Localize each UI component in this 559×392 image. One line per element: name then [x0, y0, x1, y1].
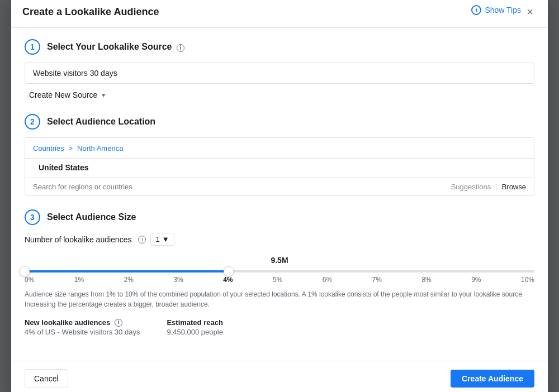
slider-ticks: 0% 1% 2% 3% 4% 5% 6% 7% 8% 9% 10%	[25, 276, 534, 284]
tick-1: 1%	[74, 276, 84, 284]
tick-10: 10%	[521, 276, 534, 284]
step3-circle: 3	[25, 209, 40, 225]
create-new-source-label: Create New Source	[29, 90, 97, 99]
new-lookalike-value: 4% of US - Website visitors 30 days	[25, 328, 140, 336]
modal-body: 1 Select Your Lookalike Source i Create …	[11, 28, 548, 361]
location-divider: |	[495, 183, 497, 191]
tick-4: 4%	[223, 276, 233, 284]
source-input[interactable]	[25, 63, 534, 84]
tick-9: 9%	[471, 276, 481, 284]
step1-section: 1 Select Your Lookalike Source i Create …	[25, 39, 534, 101]
show-tips-label: Show Tips	[485, 6, 521, 15]
show-tips-button[interactable]: i Show Tips	[471, 5, 521, 15]
number-value: 1	[155, 235, 159, 243]
breadcrumb-countries[interactable]: Countries	[33, 144, 64, 152]
slider-container: 0% 1% 2% 3% 4% 5% 6% 7% 8% 9% 10%	[25, 270, 534, 284]
slider-fill	[25, 270, 229, 273]
breadcrumb-region[interactable]: North America	[77, 144, 123, 152]
audience-note: Audience size ranges from 1% to 10% of t…	[25, 289, 534, 309]
step1-title: Select Your Lookalike Source i	[47, 42, 184, 52]
number-dropdown[interactable]: 1 ▼	[150, 233, 174, 246]
suggestions-label: Suggestions	[451, 183, 491, 191]
create-new-source-button[interactable]: Create New Source ▼	[29, 89, 106, 101]
tick-2: 2%	[124, 276, 134, 284]
step2-section: 2 Select Audience Location Countries > N…	[25, 114, 534, 196]
cancel-button[interactable]: Cancel	[25, 369, 68, 388]
estimated-reach-value: 9,450,000 people	[167, 328, 222, 336]
step1-circle: 1	[25, 39, 40, 55]
tick-7: 7%	[372, 276, 382, 284]
slider-thumb-right[interactable]	[224, 266, 234, 276]
tick-3: 3%	[173, 276, 183, 284]
step3-header: 3 Select Audience Size	[25, 209, 534, 225]
step2-circle: 2	[25, 114, 40, 130]
modal-footer: Cancel Create Audience	[11, 361, 548, 392]
tick-8: 8%	[421, 276, 431, 284]
number-dropdown-arrow: ▼	[162, 235, 169, 243]
browse-button[interactable]: Browse	[502, 183, 526, 191]
new-lookalike-info-icon[interactable]: i	[115, 319, 122, 327]
location-box: Countries > North America United States …	[25, 137, 534, 196]
step3-section: 3 Select Audience Size Number of lookali…	[25, 209, 534, 336]
step1-header: 1 Select Your Lookalike Source i	[25, 39, 534, 55]
location-breadcrumb: Countries > North America	[25, 138, 534, 159]
slider-track	[25, 270, 534, 273]
tips-icon: i	[471, 5, 481, 15]
slider-thumb-left[interactable]	[20, 266, 30, 276]
step1-info-icon[interactable]: i	[177, 44, 184, 52]
location-search-row: Suggestions | Browse	[25, 178, 534, 195]
tick-5: 5%	[273, 276, 282, 284]
audience-size-row: Number of lookalike audiences i 1 ▼	[25, 233, 534, 246]
new-lookalike-label: New lookalike audiences i	[25, 318, 140, 327]
dropdown-arrow-icon: ▼	[101, 92, 106, 98]
tick-6: 6%	[323, 276, 332, 284]
step3-info-icon[interactable]: i	[138, 236, 146, 243]
step2-header: 2 Select Audience Location	[25, 114, 534, 130]
audience-stats: New lookalike audiences i 4% of US - Web…	[25, 318, 534, 336]
step2-title: Select Audience Location	[47, 117, 155, 127]
estimated-reach-label: Estimated reach	[167, 318, 222, 327]
location-search-input[interactable]	[33, 183, 451, 191]
slider-value-label: 9.5M	[25, 256, 534, 265]
selected-location: United States	[25, 159, 534, 178]
modal-header: Create a Lookalike Audience i Show Tips …	[11, 0, 548, 28]
modal-overlay: Create a Lookalike Audience i Show Tips …	[0, 0, 559, 392]
step3-title: Select Audience Size	[47, 212, 136, 222]
modal: Create a Lookalike Audience i Show Tips …	[11, 0, 548, 392]
modal-title: Create a Lookalike Audience	[22, 6, 159, 18]
audience-number-label: Number of lookalike audiences	[25, 235, 131, 244]
close-button[interactable]: ×	[523, 5, 537, 18]
breadcrumb-separator: >	[69, 144, 73, 152]
create-audience-button[interactable]: Create Audience	[451, 370, 534, 388]
new-lookalike-stat: New lookalike audiences i 4% of US - Web…	[25, 318, 140, 336]
location-search-actions: Suggestions | Browse	[451, 183, 526, 191]
estimated-reach-stat: Estimated reach 9,450,000 people	[167, 318, 222, 336]
tick-0: 0%	[25, 276, 34, 284]
